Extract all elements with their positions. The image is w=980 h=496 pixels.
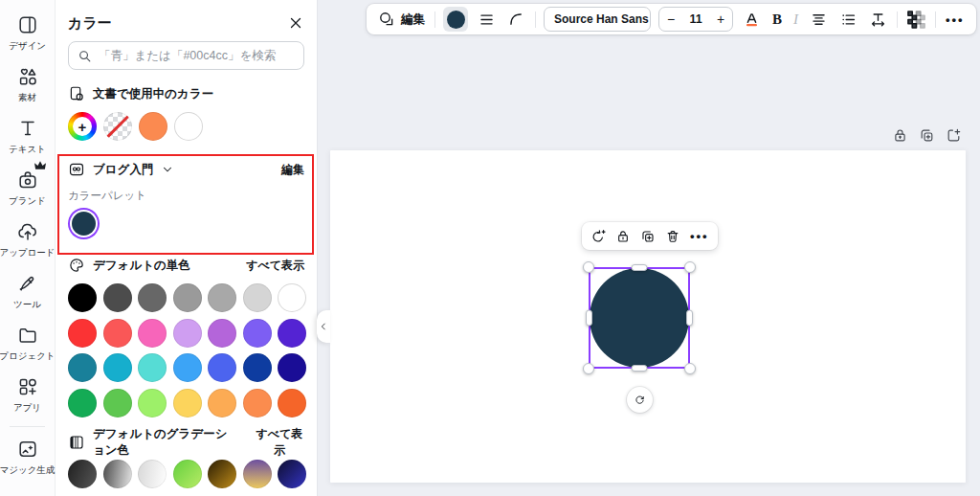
resize-handle-bottom-right[interactable] (684, 363, 696, 374)
lock-element-button[interactable] (615, 229, 631, 244)
selection-context-toolbar: ••• (582, 222, 718, 250)
solid-color-swatch[interactable] (103, 319, 132, 348)
upload-icon (16, 220, 39, 243)
chevron-down-icon[interactable] (161, 163, 174, 176)
sidebar-item-text[interactable]: テキスト (0, 111, 55, 163)
sidebar-item-projects[interactable]: プロジェクト (0, 318, 55, 370)
sidebar-item-design[interactable]: デザイン (0, 8, 55, 59)
solid-color-swatch[interactable] (278, 319, 306, 348)
panel-title: カラー (68, 14, 112, 33)
solid-color-swatch[interactable] (68, 389, 97, 417)
solid-color-swatch[interactable] (243, 389, 272, 417)
gradient-color-swatch[interactable] (208, 460, 236, 488)
solid-color-swatch[interactable] (243, 319, 272, 348)
collapse-panel-button[interactable] (317, 310, 330, 343)
solid-color-swatch[interactable] (173, 319, 202, 348)
italic-button[interactable]: I (791, 10, 800, 30)
resize-handle-left[interactable] (586, 310, 592, 327)
solid-color-swatch[interactable] (138, 353, 167, 382)
magic-icon (16, 438, 39, 461)
gradient-color-swatch[interactable] (138, 460, 167, 488)
edit-shape-button[interactable]: 編集 (376, 9, 427, 31)
sidebar-item-brand[interactable]: ブランド (0, 163, 55, 214)
gradient-color-swatch[interactable] (278, 460, 306, 488)
brand-color-swatch[interactable] (72, 212, 96, 236)
solid-color-swatch[interactable] (278, 389, 306, 417)
divider (535, 11, 536, 28)
solid-color-swatch[interactable] (173, 353, 202, 382)
gradient-color-swatch[interactable] (173, 460, 202, 488)
resize-handle-top[interactable] (632, 264, 648, 271)
sidebar-item-apps[interactable]: アプリ (0, 370, 55, 421)
list-button[interactable] (837, 9, 859, 31)
solid-color-swatch[interactable] (138, 283, 167, 312)
solids-show-all-button[interactable]: すべて表示 (246, 258, 304, 274)
default-solids-title: デフォルトの単色 (93, 258, 190, 274)
gradient-color-swatch[interactable] (243, 460, 272, 488)
document-color-white-swatch[interactable] (174, 112, 203, 141)
increase-font-size-button[interactable]: + (709, 11, 732, 27)
solid-color-swatch[interactable] (278, 283, 306, 312)
lock-page-button[interactable] (892, 127, 908, 144)
text-color-button[interactable] (741, 9, 763, 31)
solid-color-swatch[interactable] (173, 389, 202, 417)
gradient-color-swatch[interactable] (68, 460, 97, 488)
canvas-page[interactable]: ••• (330, 150, 966, 483)
sidebar-item-magic[interactable]: マジック生成 (0, 432, 55, 484)
solid-color-swatch[interactable] (173, 283, 202, 312)
solid-color-swatch[interactable] (208, 319, 236, 348)
solid-color-swatch[interactable] (243, 283, 272, 312)
duplicate-element-button[interactable] (640, 229, 656, 244)
solid-color-swatch[interactable] (68, 319, 97, 348)
solid-color-swatch[interactable] (208, 353, 236, 382)
more-options-button[interactable]: ••• (944, 11, 967, 29)
solid-color-swatch[interactable] (68, 353, 97, 382)
solid-color-swatch[interactable] (208, 283, 236, 312)
sidebar-item-upload[interactable]: アップロード (0, 214, 55, 266)
search-input[interactable] (99, 49, 295, 62)
resize-handle-right[interactable] (686, 310, 693, 327)
add-page-button[interactable] (946, 127, 962, 144)
solid-color-swatch[interactable] (278, 353, 306, 382)
solid-color-swatch[interactable] (138, 319, 167, 348)
rotate-handle[interactable] (627, 387, 653, 413)
solid-color-swatch[interactable] (243, 353, 272, 382)
fill-color-button[interactable] (443, 7, 468, 32)
sidebar-item-tools[interactable]: ツール (0, 266, 55, 318)
font-family-selector[interactable]: Source Han Sans ... (544, 7, 651, 32)
bold-button[interactable]: B (770, 10, 784, 30)
sidebar-divider (10, 426, 45, 427)
border-weight-icon (478, 11, 496, 29)
solid-color-swatch[interactable] (103, 353, 132, 382)
resize-handle-top-left[interactable] (583, 261, 594, 273)
transparency-button[interactable] (905, 9, 927, 31)
resize-handle-bottom-left[interactable] (583, 363, 594, 374)
solid-color-swatch[interactable] (103, 283, 132, 312)
border-weight-button[interactable] (476, 9, 498, 31)
selected-circle-shape[interactable] (590, 268, 689, 368)
alternate-shape-button[interactable] (590, 229, 606, 244)
sidebar-item-elements[interactable]: 素材 (0, 59, 55, 111)
text-spacing-button[interactable] (867, 9, 889, 31)
decrease-font-size-button[interactable]: − (659, 11, 682, 27)
sidebar-item-label: ツール (13, 299, 41, 311)
solid-color-swatch[interactable] (103, 389, 132, 417)
no-color-swatch[interactable] (103, 112, 132, 141)
solid-color-swatch[interactable] (208, 389, 236, 417)
gradient-color-swatch[interactable] (103, 460, 132, 488)
solid-color-swatch[interactable] (68, 283, 97, 312)
duplicate-page-button[interactable] (919, 127, 935, 144)
delete-element-button[interactable] (665, 229, 680, 244)
more-element-options-button[interactable]: ••• (690, 229, 709, 243)
curve-button[interactable] (505, 9, 527, 31)
color-search-box[interactable] (68, 41, 304, 70)
resize-handle-top-right[interactable] (684, 261, 696, 273)
alignment-button[interactable] (808, 9, 830, 31)
add-color-button[interactable]: + (68, 112, 97, 141)
brand-edit-button[interactable]: 編集 (281, 162, 304, 178)
document-color-orange-swatch[interactable] (139, 112, 167, 141)
gradients-show-all-button[interactable]: すべて表示 (255, 426, 304, 459)
solid-color-swatch[interactable] (138, 389, 167, 417)
resize-handle-bottom[interactable] (632, 365, 648, 372)
close-icon[interactable] (287, 14, 304, 32)
